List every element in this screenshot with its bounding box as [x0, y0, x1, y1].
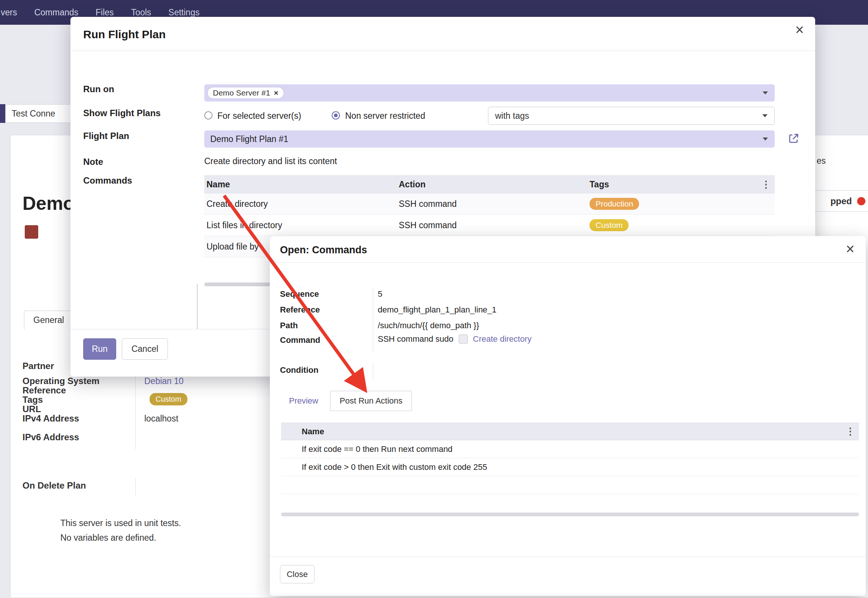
- flight-plan-label: Flight Plan: [83, 131, 129, 141]
- menu-item-tools[interactable]: Tools: [131, 7, 151, 18]
- post-run-actions-header: Name ⋮: [281, 423, 859, 440]
- show-flight-plans-label: Show Flight Plans: [83, 108, 161, 118]
- table-row[interactable]: If exit code > 0 then Exit with custom e…: [281, 458, 859, 476]
- reference-value: demo_flight_plan_1_plan_line_1: [378, 305, 497, 315]
- unit-test-note-line1: This server is used in unit tests.: [60, 518, 181, 528]
- radio-non-server-restricted[interactable]: [332, 111, 340, 120]
- table-options-icon[interactable]: ⋮: [761, 179, 775, 190]
- server-name-heading: Demo: [22, 193, 75, 214]
- screen: vers Commands Files Tools Settings Test …: [0, 0, 868, 598]
- server-chip-label: Demo Server #1: [213, 88, 270, 97]
- operating-system-label: Operating System: [22, 376, 99, 386]
- status-badge-label: pped: [831, 196, 852, 206]
- table-row[interactable]: If exit code == 0 then Run next command: [281, 440, 859, 458]
- column-name: Name: [302, 427, 842, 437]
- command-value-row: SSH command sudo Create directory: [378, 334, 531, 344]
- field-column-divider: [373, 289, 373, 351]
- column-name: Name: [207, 179, 399, 190]
- commands-label: Commands: [83, 175, 132, 186]
- primary-button-sliver[interactable]: [0, 104, 5, 123]
- cancel-button[interactable]: Cancel: [122, 338, 168, 360]
- path-label: Path: [280, 321, 298, 330]
- path-value: /such/much/{{ demo_path }}: [378, 321, 479, 330]
- close-icon[interactable]: ×: [846, 241, 855, 256]
- ipv6-label: IPv6 Address: [22, 432, 79, 443]
- radio-for-selected-servers-label[interactable]: For selected server(s): [217, 111, 301, 121]
- post-run-actions-table: Name ⋮ If exit code == 0 then Run next c…: [281, 423, 859, 494]
- tags-label: Tags: [22, 395, 43, 405]
- test-connection-button[interactable]: Test Conne: [5, 104, 72, 123]
- tab-preview[interactable]: Preview: [280, 391, 327, 411]
- table-row-empty: [281, 476, 859, 494]
- cell-name: If exit code > 0 then Exit with custom e…: [302, 462, 842, 472]
- condition-column-divider: [373, 363, 373, 379]
- close-icon[interactable]: ×: [795, 22, 804, 37]
- cell-name: List files in directory: [207, 220, 399, 230]
- header-divider: [70, 51, 815, 51]
- table-row[interactable]: Create directory SSH command Production: [204, 193, 775, 215]
- run-on-multiselect[interactable]: Demo Server #1 ✕: [204, 84, 775, 102]
- with-tags-select[interactable]: with tags: [488, 107, 775, 125]
- chevron-down-icon: [763, 91, 768, 94]
- menu-item-settings[interactable]: Settings: [168, 7, 199, 18]
- cell-action: SSH command: [399, 199, 590, 209]
- flight-plan-value: Demo Flight Plan #1: [210, 134, 288, 144]
- reference-label: Reference: [280, 305, 320, 315]
- server-chip: Demo Server #1 ✕: [207, 87, 284, 99]
- command-value: SSH command sudo: [378, 334, 453, 344]
- tag-custom-badge: Custom: [150, 393, 187, 405]
- tag-custom-badge: Custom: [590, 219, 629, 231]
- radio-non-server-restricted-label[interactable]: Non server restricted: [345, 111, 425, 121]
- vertical-scrollbar[interactable]: [197, 284, 198, 329]
- column-tags: Tags: [590, 179, 760, 190]
- tab-general[interactable]: General: [24, 311, 73, 329]
- open-commands-title: Open: Commands: [280, 244, 367, 256]
- chip-remove-icon[interactable]: ✕: [274, 90, 278, 97]
- horizontal-scrollbar[interactable]: [204, 283, 270, 286]
- sequence-value: 5: [378, 289, 382, 299]
- truncated-tab-text: es: [817, 156, 826, 166]
- ipv4-value: localhost: [144, 414, 178, 424]
- condition-label: Condition: [280, 365, 319, 375]
- url-label: URL: [22, 404, 41, 414]
- run-button[interactable]: Run: [83, 338, 116, 360]
- close-button[interactable]: Close: [280, 565, 314, 583]
- header-divider: [270, 262, 866, 263]
- color-swatch[interactable]: [25, 225, 38, 239]
- cell-name: Create directory: [207, 199, 399, 209]
- note-label: Note: [83, 157, 103, 167]
- table-options-icon[interactable]: ⋮: [846, 426, 859, 437]
- menu-item-servers[interactable]: vers: [1, 7, 17, 18]
- tag-production-badge: Production: [590, 198, 639, 210]
- reference-label: Reference: [22, 385, 66, 396]
- create-directory-link[interactable]: Create directory: [473, 334, 532, 344]
- status-stopped-dot: [857, 197, 865, 205]
- cell-action: SSH command: [399, 220, 590, 230]
- on-delete-plan-label: On Delete Plan: [22, 480, 86, 491]
- operating-system-value[interactable]: Debian 10: [144, 376, 184, 386]
- menu-item-files[interactable]: Files: [96, 7, 114, 18]
- partner-label: Partner: [22, 361, 54, 371]
- horizontal-scrollbar[interactable]: [281, 513, 859, 516]
- label-column-divider-2: [135, 478, 136, 495]
- table-row[interactable]: List files in directory SSH command Cust…: [204, 215, 775, 236]
- radio-for-selected-servers[interactable]: [204, 111, 213, 120]
- cell-name: If exit code == 0 then Run next command: [302, 444, 842, 454]
- chevron-down-icon: [763, 138, 768, 141]
- commands-table-header: Name Action Tags ⋮: [204, 175, 775, 193]
- menu-item-commands[interactable]: Commands: [34, 7, 78, 18]
- flight-plan-select[interactable]: Demo Flight Plan #1: [204, 130, 775, 148]
- column-action: Action: [399, 179, 590, 190]
- external-link-icon[interactable]: [787, 132, 800, 145]
- notebook-tabs: Preview Post Run Actions: [280, 391, 412, 411]
- unit-test-note-line2: No variables are defined.: [60, 533, 156, 543]
- flight-plan-description: Create directory and list its content: [204, 156, 337, 166]
- with-tags-value: with tags: [495, 111, 529, 121]
- command-checkbox[interactable]: [459, 335, 468, 344]
- run-on-label: Run on: [83, 84, 114, 94]
- chevron-down-icon: [762, 114, 768, 117]
- open-commands-dialog: Open: Commands × Sequence 5 Reference de…: [270, 236, 866, 596]
- ipv4-label: IPv4 Address: [22, 413, 79, 424]
- footer-divider: [270, 556, 866, 557]
- tab-post-run-actions[interactable]: Post Run Actions: [330, 391, 412, 411]
